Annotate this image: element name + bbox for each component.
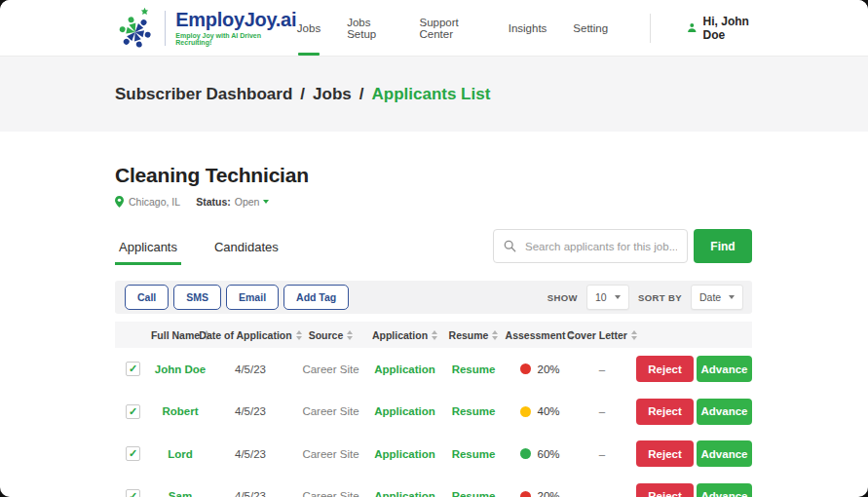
applicant-name-link[interactable]: Sam: [151, 490, 209, 497]
column-header-cover-letter[interactable]: Cover Letter: [573, 329, 631, 341]
breadcrumb-applicants-list: Applicants List: [371, 85, 490, 104]
brand-logo[interactable]: EmployJoy.ai Employ Joy with AI Driven R…: [115, 6, 297, 51]
bulk-actions-toolbar: Call SMS Email Add Tag SHOW 10 SORT BY D…: [115, 281, 752, 314]
advance-button[interactable]: Advance: [697, 399, 752, 425]
call-button[interactable]: Call: [125, 285, 169, 310]
search-icon: [504, 240, 516, 252]
table-header: Full Name Date of Application Source App…: [115, 322, 752, 348]
column-header-source[interactable]: Source: [291, 329, 370, 341]
reject-button[interactable]: Reject: [636, 356, 694, 382]
assessment-status-dot: [520, 448, 531, 459]
application-source: Career Site: [291, 490, 370, 497]
sms-button[interactable]: SMS: [173, 285, 221, 310]
nav-item-setting[interactable]: Setting: [573, 0, 608, 56]
add-tag-button[interactable]: Add Tag: [283, 285, 349, 310]
assessment-status-dot: [520, 363, 531, 374]
table-row: Sam 4/5/23 Career Site Application Resum…: [115, 476, 752, 497]
brand-tagline: Employ Joy with AI Driven Recruiting!: [175, 32, 297, 46]
status-value: Open: [235, 196, 260, 208]
user-menu[interactable]: Hi, John Doe: [687, 15, 761, 42]
nav-item-insights[interactable]: Insights: [509, 0, 547, 56]
page-title: Cleaning Technician: [115, 164, 752, 187]
application-date: 4/5/23: [209, 448, 291, 460]
sort-by-value: Date: [699, 291, 721, 303]
breadcrumb-subscriber-dashboard[interactable]: Subscriber Dashboard: [115, 85, 292, 104]
chevron-down-icon: [729, 295, 735, 299]
cover-letter-value: –: [573, 363, 631, 375]
nav-item-jobs-setup[interactable]: Jobs Setup: [347, 0, 393, 56]
sort-by-dropdown[interactable]: Date: [691, 285, 743, 310]
resume-link[interactable]: Resume: [439, 363, 508, 375]
tabs: Applicants Candidates: [115, 230, 283, 265]
row-checkbox[interactable]: [126, 489, 140, 497]
job-meta: Chicago, IL Status: Open: [115, 196, 752, 208]
breadcrumb-jobs[interactable]: Jobs: [313, 85, 352, 104]
assessment-status-dot: [520, 491, 531, 497]
application-link[interactable]: Application: [370, 490, 439, 497]
tab-applicants[interactable]: Applicants: [115, 230, 181, 265]
column-header-assessment[interactable]: Assessment: [508, 329, 573, 341]
reject-button[interactable]: Reject: [636, 399, 694, 425]
application-link[interactable]: Application: [370, 448, 439, 460]
brand-name: EmployJoy.ai: [175, 10, 297, 30]
email-button[interactable]: Email: [226, 285, 279, 310]
application-link[interactable]: Application: [370, 405, 439, 417]
nav-item-support-center[interactable]: Support Center: [420, 0, 482, 56]
reject-button[interactable]: Reject: [636, 483, 694, 497]
row-checkbox[interactable]: [126, 446, 140, 461]
advance-button[interactable]: Advance: [697, 483, 752, 497]
resume-link[interactable]: Resume: [439, 448, 508, 460]
application-date: 4/5/23: [209, 490, 291, 497]
cover-letter-value: –: [573, 490, 631, 497]
advance-button[interactable]: Advance: [697, 356, 752, 382]
column-header-application[interactable]: Application: [370, 329, 439, 341]
search-input[interactable]: [493, 229, 688, 263]
table-row: Lord 4/5/23 Career Site Application Resu…: [115, 433, 752, 476]
advance-button[interactable]: Advance: [697, 440, 752, 467]
chevron-down-icon: [263, 200, 269, 204]
breadcrumb-separator: /: [359, 85, 364, 104]
resume-link[interactable]: Resume: [439, 490, 508, 497]
application-source: Career Site: [291, 448, 370, 460]
find-button[interactable]: Find: [694, 229, 752, 263]
applicant-name-link[interactable]: Robert: [151, 405, 209, 417]
sort-icon: [631, 330, 637, 340]
table-row: John Doe 4/5/23 Career Site Application …: [115, 348, 752, 391]
resume-link[interactable]: Resume: [439, 405, 508, 417]
assessment-score: 20%: [508, 490, 573, 497]
user-icon: [687, 21, 698, 34]
app-window: EmployJoy.ai Employ Joy with AI Driven R…: [0, 0, 868, 497]
assessment-status-dot: [520, 406, 531, 417]
reject-button[interactable]: Reject: [636, 440, 694, 467]
job-location: Chicago, IL: [115, 196, 180, 208]
nav-divider: [650, 14, 651, 43]
row-checkbox[interactable]: [126, 362, 140, 376]
column-header-date-of-application[interactable]: Date of Application: [209, 329, 291, 341]
top-header: EmployJoy.ai Employ Joy with AI Driven R…: [0, 0, 868, 57]
table-row: Robert 4/5/23 Career Site Application Re…: [115, 391, 752, 434]
application-link[interactable]: Application: [370, 363, 439, 375]
sort-by-label: SORT BY: [638, 292, 682, 303]
logo-divider: [165, 11, 166, 46]
show-count-dropdown[interactable]: 10: [586, 285, 629, 310]
sort-icon: [347, 330, 353, 340]
assessment-score: 40%: [508, 405, 573, 417]
application-source: Career Site: [291, 405, 370, 417]
show-count-value: 10: [595, 291, 607, 303]
show-label: SHOW: [547, 292, 578, 303]
brand-text: EmployJoy.ai Employ Joy with AI Driven R…: [175, 10, 297, 46]
row-checkbox[interactable]: [126, 404, 140, 419]
list-controls: SHOW 10 SORT BY Date: [547, 285, 743, 310]
assessment-score: 60%: [508, 448, 573, 460]
applicant-name-link[interactable]: John Doe: [151, 363, 209, 375]
applicant-name-link[interactable]: Lord: [151, 448, 209, 460]
nav-item-jobs[interactable]: Jobs: [297, 0, 321, 56]
tab-candidates[interactable]: Candidates: [210, 230, 283, 265]
column-header-resume[interactable]: Resume: [439, 329, 508, 341]
search-area: Find: [493, 229, 752, 265]
job-status-dropdown[interactable]: Status: Open: [196, 196, 269, 208]
sort-icon: [432, 330, 437, 340]
application-date: 4/5/23: [209, 405, 291, 417]
breadcrumb: Subscriber Dashboard / Jobs / Applicants…: [115, 85, 490, 104]
map-pin-icon: [115, 196, 124, 208]
